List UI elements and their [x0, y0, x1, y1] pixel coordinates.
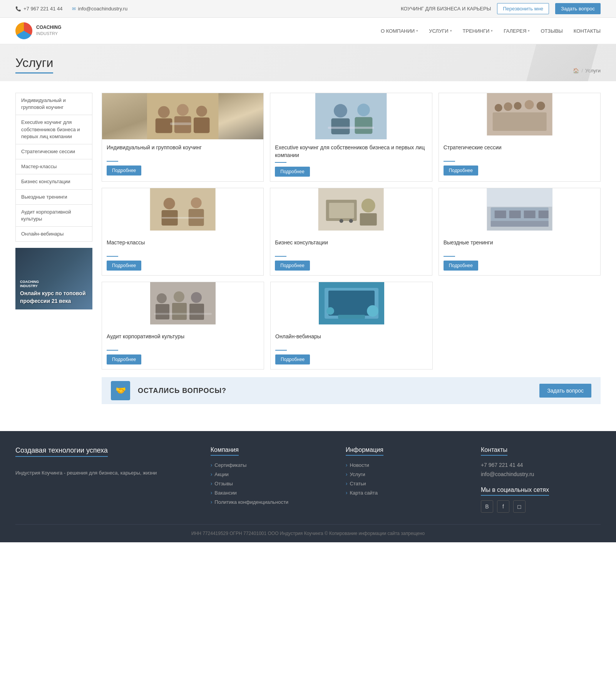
- nav-reviews[interactable]: ОТЗЫВЫ: [541, 28, 562, 34]
- more-button-strategy[interactable]: Подробнее: [444, 165, 478, 176]
- service-img-executive: [270, 93, 432, 139]
- more-button-webinar[interactable]: Подробнее: [275, 354, 310, 364]
- card-title: Выездные тренинги: [444, 239, 596, 253]
- footer-link-sitemap[interactable]: Карта сайта: [346, 490, 465, 496]
- sidebar-item-executive[interactable]: Executive коучинг для собственников бизн…: [16, 115, 92, 144]
- footer-link-certs[interactable]: Сертификаты: [211, 462, 330, 468]
- service-image: [102, 93, 263, 139]
- svg-point-5: [196, 106, 207, 117]
- chevron-down-icon: ▾: [528, 29, 530, 33]
- footer-link-articles[interactable]: Статьи: [346, 480, 465, 486]
- callback-button[interactable]: Перезвонить мне: [497, 3, 549, 14]
- sidebar-item-outdoor[interactable]: Выездные тренинги: [16, 190, 92, 205]
- sidebar-item-webinar[interactable]: Онлайн-вебинары: [16, 227, 92, 241]
- footer-email[interactable]: info@coachindustry.ru: [481, 471, 601, 477]
- more-button-executive[interactable]: Подробнее: [275, 167, 310, 177]
- svg-rect-29: [329, 203, 354, 218]
- sidebar-item-strategy[interactable]: Стратегические сессии: [16, 144, 92, 159]
- footer-info-heading: Информация: [346, 446, 383, 456]
- card-body: Онлайн-вебинары Подробнее: [271, 328, 432, 369]
- svg-rect-49: [154, 313, 212, 315]
- svg-point-19: [536, 102, 545, 110]
- copyright-text: ИНН 7724419529 ОГРН 772401001 ООО Индуст…: [191, 531, 425, 536]
- page-title: Услуги: [15, 56, 53, 74]
- card-title: Аудит корпоративной культуры: [107, 333, 259, 347]
- footer-social-title: Мы в социальных сетях: [481, 486, 549, 496]
- sidebar-item-consulting[interactable]: Бизнес консультации: [16, 174, 92, 189]
- service-card-outdoor: Выездные тренинги Подробнее: [439, 188, 601, 276]
- card-body: Мастер-классы Подробнее: [102, 234, 263, 275]
- footer-link-reviews[interactable]: Отзывы: [211, 480, 330, 486]
- more-button-outdoor[interactable]: Подробнее: [444, 261, 478, 271]
- breadcrumb-home[interactable]: 🏠: [573, 68, 579, 74]
- svg-point-17: [514, 102, 521, 110]
- svg-rect-12: [355, 117, 373, 134]
- footer-col-info: Информация Новости Услуги Статьи Карта с…: [346, 446, 465, 513]
- top-bar-contacts: 📞 +7 967 221 41 44 ✉ info@coachindustry.…: [15, 6, 127, 12]
- nav-about[interactable]: О КОМПАНИИ ▾: [381, 28, 418, 34]
- footer-phone[interactable]: +7 967 221 41 44: [481, 462, 601, 468]
- logo[interactable]: COACHING INDUSTRY: [15, 22, 61, 39]
- sidebar-item-audit[interactable]: Аудит корпоративной культуры: [16, 205, 92, 227]
- nav-trainings[interactable]: ТРЕНИНГИ ▾: [463, 28, 493, 34]
- footer-link-promos[interactable]: Акции: [211, 471, 330, 477]
- svg-rect-13: [328, 127, 374, 129]
- more-button-consulting[interactable]: Подробнее: [275, 261, 310, 271]
- ask-question-button[interactable]: Задать вопрос: [539, 384, 591, 398]
- footer-link-news[interactable]: Новости: [346, 462, 465, 468]
- svg-rect-41: [487, 188, 552, 207]
- service-img-strategy: [439, 93, 600, 139]
- promo-bg: COACHING INDUSTRY Онлайн курс по топовой…: [15, 248, 92, 309]
- footer-link-privacy[interactable]: Политика конфиденциальности: [211, 499, 330, 505]
- more-button-masterclass[interactable]: Подробнее: [107, 261, 141, 271]
- sidebar-item-individual[interactable]: Индивидуальный и групповой коучинг: [16, 93, 92, 115]
- sidebar-promo[interactable]: COACHING INDUSTRY Онлайн курс по топовой…: [15, 248, 92, 309]
- svg-point-53: [367, 305, 378, 317]
- chevron-down-icon: ▾: [491, 29, 493, 33]
- chevron-down-icon: ▾: [450, 29, 452, 33]
- card-title: Мастер-классы: [107, 239, 259, 253]
- svg-point-47: [191, 292, 202, 303]
- svg-point-3: [177, 104, 189, 116]
- card-divider: [275, 162, 286, 163]
- svg-rect-55: [338, 315, 365, 319]
- more-button-audit[interactable]: Подробнее: [107, 354, 141, 364]
- footer-link-vacancies[interactable]: Вакансии: [211, 490, 330, 496]
- service-card-webinar: Онлайн-вебинары Подробнее: [270, 282, 433, 369]
- footer-bottom: ИНН 7724419529 ОГРН 772401001 ООО Индуст…: [15, 524, 601, 542]
- vk-icon[interactable]: В: [481, 500, 493, 513]
- nav-contacts[interactable]: КОНТАКТЫ: [574, 28, 601, 34]
- breadcrumb: 🏠 / Услуги: [573, 68, 601, 74]
- card-title: Онлайн-вебинары: [275, 333, 428, 347]
- card-title: Индивидуальный и групповой коучинг: [107, 144, 259, 158]
- svg-rect-48: [189, 304, 204, 320]
- question-button-top[interactable]: Задать вопрос: [555, 3, 601, 14]
- sidebar-item-masterclass[interactable]: Мастер-классы: [16, 159, 92, 174]
- email-contact[interactable]: ✉ info@coachindustry.ru: [72, 6, 128, 12]
- footer-company-heading: Компания: [211, 446, 239, 456]
- top-bar: 📞 +7 967 221 41 44 ✉ info@coachindustry.…: [0, 0, 616, 18]
- service-img-webinar: [271, 282, 432, 328]
- card-divider: [275, 256, 286, 257]
- card-body: Бизнес консультации Подробнее: [270, 234, 432, 275]
- svg-point-32: [340, 219, 343, 223]
- service-img-individual: [102, 93, 263, 139]
- nav-gallery[interactable]: ГАЛЕРЕЯ ▾: [504, 28, 530, 34]
- svg-rect-26: [162, 217, 204, 219]
- footer-info-links: Новости Услуги Статьи Карта сайта: [346, 462, 465, 496]
- facebook-icon[interactable]: f: [497, 500, 509, 513]
- svg-point-43: [157, 293, 167, 303]
- svg-rect-7: [170, 122, 191, 125]
- footer-link-services[interactable]: Услуги: [346, 471, 465, 477]
- svg-point-33: [349, 219, 353, 223]
- services-grid: Индивидуальный и групповой коучинг Подро…: [102, 93, 601, 404]
- instagram-icon[interactable]: ◻: [513, 500, 526, 513]
- nav-services[interactable]: УСЛУГИ ▾: [429, 28, 452, 34]
- card-title: Executive коучинг для собственников бизн…: [275, 144, 427, 159]
- breadcrumb-separator: /: [581, 68, 583, 74]
- service-img-outdoor: [439, 188, 600, 234]
- more-button-individual[interactable]: Подробнее: [107, 165, 141, 176]
- svg-point-11: [357, 104, 370, 116]
- phone-contact[interactable]: 📞 +7 967 221 41 44: [15, 6, 63, 12]
- card-divider: [275, 350, 287, 351]
